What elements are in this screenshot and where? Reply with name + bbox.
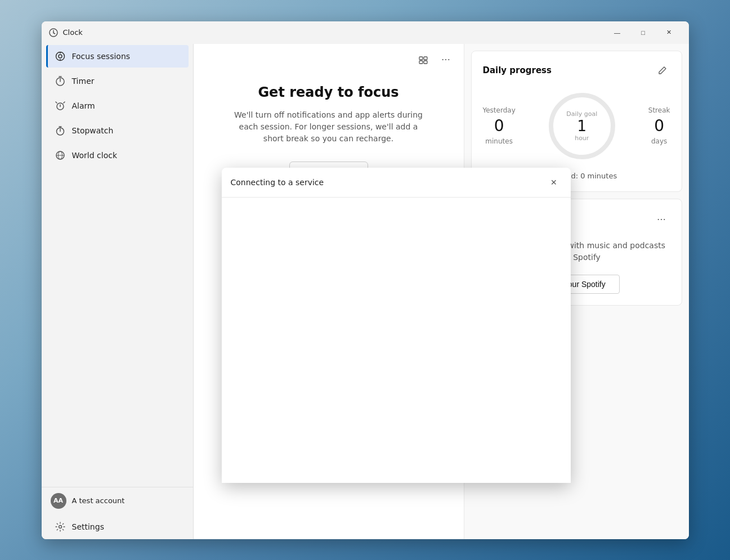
yesterday-unit: minutes: [485, 137, 513, 145]
sidebar-item-focus-label: Focus sessions: [72, 52, 131, 61]
focus-sessions-icon: [55, 51, 65, 61]
svg-line-12: [64, 102, 65, 103]
yesterday-value: 0: [494, 117, 504, 135]
svg-line-2: [53, 33, 55, 34]
settings-label: Settings: [72, 522, 104, 531]
sidebar-item-alarm[interactable]: Alarm: [46, 95, 189, 117]
clock-app-icon: [48, 28, 59, 38]
world-clock-icon: [55, 150, 65, 160]
timer-icon: [55, 76, 65, 86]
account-name: A test account: [72, 496, 125, 505]
streak-label: Streak: [648, 106, 670, 114]
settings-icon: [55, 522, 65, 532]
dialog-close-button[interactable]: ✕: [546, 174, 562, 190]
streak-value: 0: [654, 117, 664, 135]
yesterday-label: Yesterday: [483, 106, 516, 114]
daily-progress-title: Daily progress: [483, 65, 552, 75]
close-button[interactable]: ✕: [656, 24, 682, 42]
sidebar-item-timer[interactable]: Timer: [46, 70, 189, 92]
sidebar-item-stopwatch[interactable]: Stopwatch: [46, 119, 189, 142]
sidebar: Focus sessions Timer: [42, 44, 194, 539]
daily-goal-label: Daily goal: [566, 110, 597, 118]
alarm-icon: [55, 101, 65, 111]
progress-stats: Yesterday 0 minutes Daily goal 1 ho: [483, 89, 670, 163]
sidebar-item-focus-sessions[interactable]: Focus sessions: [46, 45, 189, 68]
sidebar-item-stopwatch-label: Stopwatch: [72, 126, 114, 135]
sidebar-item-settings[interactable]: Settings: [46, 516, 189, 538]
account-item[interactable]: AA A test account: [42, 487, 193, 514]
account-avatar: AA: [51, 493, 66, 509]
sidebar-item-world-clock[interactable]: World clock: [46, 144, 189, 167]
maximize-button[interactable]: □: [630, 24, 656, 42]
daily-goal-unit: hour: [575, 135, 589, 142]
progress-circle: Daily goal 1 hour: [545, 89, 619, 163]
stopwatch-icon: [55, 126, 65, 136]
dialog-header: Connecting to a service ✕: [222, 168, 571, 198]
spotify-more-button[interactable]: ⋯: [652, 210, 670, 229]
dialog-body: [222, 198, 571, 483]
dialog-title: Connecting to a service: [231, 178, 324, 187]
content-area: Connecting to a service ✕: [194, 44, 689, 539]
daily-goal-value: 1: [577, 118, 587, 135]
sidebar-item-alarm-label: Alarm: [72, 101, 95, 110]
window-title: Clock: [63, 28, 604, 37]
streak-stat: Streak 0 days: [648, 106, 670, 145]
circle-center: Daily goal 1 hour: [566, 110, 597, 142]
connecting-dialog: Connecting to a service ✕: [222, 168, 571, 483]
minimize-button[interactable]: —: [604, 24, 630, 42]
streak-unit: days: [651, 137, 667, 145]
svg-point-4: [59, 55, 62, 58]
yesterday-stat: Yesterday 0 minutes: [483, 106, 516, 145]
svg-point-20: [59, 525, 61, 528]
focus-panel: Connecting to a service ✕: [194, 44, 464, 539]
dialog-overlay: Connecting to a service ✕: [194, 44, 464, 539]
svg-line-11: [56, 102, 57, 103]
sidebar-item-timer-label: Timer: [72, 77, 95, 86]
edit-button[interactable]: [655, 62, 670, 78]
sidebar-item-world-clock-label: World clock: [72, 151, 118, 160]
